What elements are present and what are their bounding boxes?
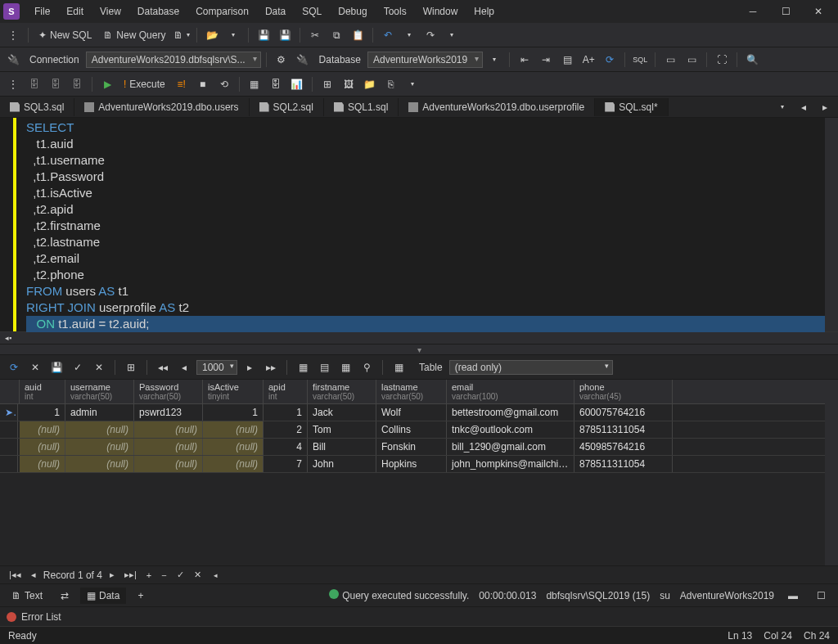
editor-tab[interactable]: AdventureWorks2019.dbo.users — [74, 98, 249, 116]
editor-tab[interactable]: SQL2.sql — [250, 98, 324, 116]
cell[interactable]: bill_1290@gmail.com — [447, 439, 574, 455]
menu-debug[interactable]: Debug — [330, 2, 375, 20]
cell[interactable]: (null) — [65, 421, 134, 438]
nav-scroll-left[interactable]: ◂ — [214, 571, 218, 579]
cell[interactable]: 450985764216 — [574, 439, 673, 455]
cell[interactable]: Tom — [308, 421, 376, 438]
nav-next-button[interactable]: ▸ — [107, 570, 117, 580]
cell[interactable]: (null) — [20, 456, 65, 472]
cell[interactable]: 2 — [264, 421, 308, 438]
database-dropdown[interactable]: AdventureWorks2019 — [367, 52, 483, 68]
outdent-button[interactable]: ⇥ — [536, 50, 556, 70]
redo-dropdown[interactable]: ▾ — [442, 25, 462, 45]
menu-sql[interactable]: SQL — [294, 2, 330, 20]
menu-tools[interactable]: Tools — [376, 2, 415, 20]
table-row[interactable]: ➤1adminpswrd12311JackWolfbettestroom@gma… — [0, 404, 825, 421]
editor-tab[interactable]: SQL.sql* — [595, 98, 668, 116]
nav-first-button[interactable]: |◂◂ — [7, 570, 24, 580]
fullscreen-button[interactable]: ⛶ — [712, 50, 732, 70]
db-icon[interactable]: 🗄 — [25, 74, 44, 94]
cell[interactable]: John — [308, 456, 376, 472]
run-button[interactable]: ▶ — [97, 74, 117, 94]
layout2-button[interactable]: ▭ — [682, 50, 701, 70]
plug-icon[interactable]: 🔌 — [293, 50, 313, 70]
new-query-button[interactable]: 🗎 New Query — [98, 27, 170, 43]
cancel-button[interactable]: ✕ — [26, 358, 44, 376]
cell[interactable]: (null) — [20, 421, 65, 438]
code-area[interactable]: SELECT t1.auid ,t1.username ,t1.Password… — [23, 118, 825, 331]
image-icon[interactable]: 🖼 — [339, 74, 358, 94]
paste-button[interactable]: 📋 — [348, 25, 367, 45]
find-button[interactable]: 🔍 — [742, 50, 762, 70]
nav-remove-button[interactable]: − — [159, 570, 169, 580]
column-header[interactable]: Passwordvarchar(50) — [134, 380, 203, 403]
cell[interactable]: admin — [65, 404, 134, 421]
last-page-button[interactable]: ▸▸ — [262, 358, 280, 376]
menu-view[interactable]: View — [92, 2, 129, 20]
undo-button[interactable]: ↶ — [378, 25, 398, 45]
folder-icon[interactable]: 📁 — [360, 74, 380, 94]
cell[interactable]: Hopkins — [376, 456, 447, 472]
refresh-results-button[interactable]: ⟳ — [5, 358, 23, 376]
cell[interactable]: bettestroom@gmail.com — [447, 404, 574, 421]
connection-icon[interactable]: 🔌 — [3, 50, 23, 70]
first-page-button[interactable]: ◂◂ — [154, 358, 172, 376]
next-page-button[interactable]: ▸ — [241, 358, 259, 376]
db-dropdown-extra[interactable]: ▾ — [484, 50, 504, 70]
table-row[interactable]: (null)(null)(null)(null)2TomCollinstnkc@… — [0, 421, 825, 439]
column-header[interactable]: firstnamevarchar(50) — [308, 380, 376, 403]
open-button[interactable]: 📂 — [202, 25, 222, 45]
view3-button[interactable]: ▦ — [336, 358, 354, 376]
discard-button[interactable]: ✕ — [90, 358, 108, 376]
cell[interactable]: (null) — [203, 421, 264, 438]
close-button[interactable]: ✕ — [802, 0, 835, 23]
column-header[interactable]: usernamevarchar(50) — [65, 380, 134, 403]
open-dropdown[interactable]: ▾ — [223, 25, 243, 45]
menu-data[interactable]: Data — [257, 2, 294, 20]
cut-button[interactable]: ✂ — [305, 25, 325, 45]
db-tool-icon[interactable]: 🗄 — [266, 74, 286, 94]
cell[interactable]: (null) — [65, 439, 134, 455]
grid-icon[interactable]: ⊞ — [318, 74, 337, 94]
panel1-button[interactable]: ▬ — [784, 587, 802, 605]
cell[interactable]: tnkc@outlook.com — [447, 421, 574, 438]
comment-button[interactable]: A+ — [579, 50, 598, 70]
cell[interactable]: Fonskin — [376, 439, 447, 455]
cell[interactable]: (null) — [134, 421, 203, 438]
cell[interactable]: (null) — [203, 439, 264, 455]
cell[interactable]: (null) — [203, 456, 264, 472]
cell[interactable]: (null) — [20, 439, 65, 455]
execute-button[interactable]: ! Execute — [119, 76, 170, 92]
page-size-input[interactable]: 1000 — [196, 360, 237, 375]
server-icon[interactable]: ⚙ — [272, 50, 291, 70]
apply-button[interactable]: ✓ — [69, 358, 87, 376]
column-header[interactable]: phonevarchar(45) — [574, 380, 673, 403]
save-button[interactable]: 💾 — [254, 25, 273, 45]
cell[interactable]: (null) — [134, 439, 203, 455]
menu-edit[interactable]: Edit — [58, 2, 92, 20]
redo-button[interactable]: ↷ — [421, 25, 440, 45]
save-all-button[interactable]: 💾 — [275, 25, 295, 45]
tab-add-button[interactable]: + — [131, 588, 150, 604]
column-header[interactable]: lastnamevarchar(50) — [376, 380, 447, 403]
sql-button[interactable]: SQL — [630, 50, 650, 70]
horizontal-splitter[interactable] — [0, 344, 838, 355]
save-results-button[interactable]: 💾 — [47, 358, 65, 376]
cell[interactable]: (null) — [65, 456, 134, 472]
editor-hscroll[interactable]: ◂▪ — [0, 332, 838, 344]
tab-dropdown[interactable]: ▾ — [773, 97, 792, 117]
nav-commit-button[interactable]: ✓ — [174, 570, 187, 580]
editor-scrollbar[interactable] — [825, 118, 838, 331]
results-grid[interactable]: auidintusernamevarchar(50)Passwordvarcha… — [0, 380, 838, 565]
format-button[interactable]: ▤ — [557, 50, 577, 70]
new-doc-dropdown[interactable]: 🗎▾ — [172, 25, 191, 45]
nav-revert-button[interactable]: ✕ — [191, 570, 204, 580]
sql-editor[interactable]: SELECT t1.auid ,t1.username ,t1.Password… — [0, 118, 838, 332]
nav-add-button[interactable]: + — [144, 570, 154, 580]
cell[interactable]: 600075764216 — [574, 404, 673, 421]
cell[interactable]: 1 — [20, 404, 65, 421]
table-icon[interactable]: ▦ — [245, 74, 264, 94]
grid-mode-button[interactable]: ⊞ — [122, 358, 140, 376]
db3-icon[interactable]: 🗄 — [67, 74, 87, 94]
cell[interactable]: 4 — [264, 439, 308, 455]
